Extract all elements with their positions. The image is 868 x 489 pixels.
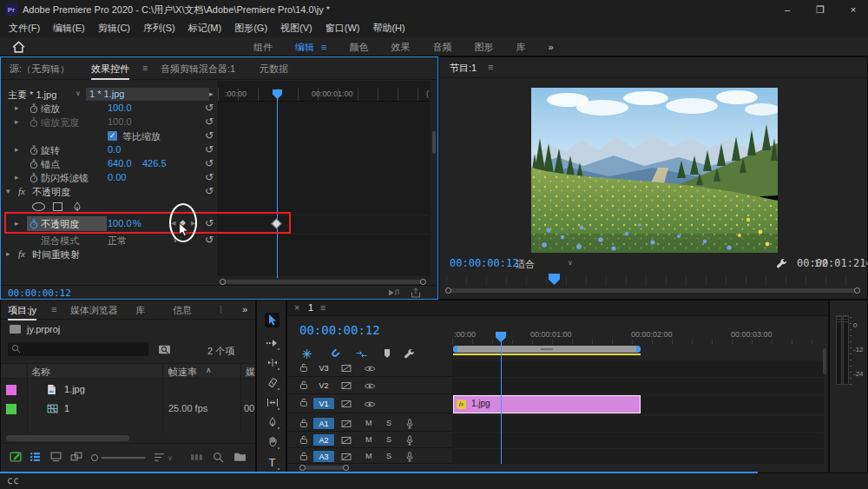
- workspace-tab-libraries[interactable]: 库: [516, 41, 525, 54]
- tab-program[interactable]: 节目:1: [450, 62, 477, 75]
- zoom-handle-left[interactable]: [453, 346, 457, 353]
- scrollbar-knob-left[interactable]: [220, 279, 226, 285]
- stopwatch-icon[interactable]: [29, 145, 39, 155]
- track-badge-v1[interactable]: V1: [313, 398, 334, 409]
- panel-menu-icon[interactable]: ≡: [51, 304, 56, 314]
- stopwatch-icon[interactable]: [29, 173, 39, 183]
- zoom-handle-right[interactable]: [636, 346, 641, 353]
- reset-icon[interactable]: ↺: [205, 102, 214, 114]
- minimize-button[interactable]: –: [771, 0, 804, 19]
- sync-lock-icon[interactable]: [341, 453, 352, 461]
- scrollbar-knob-right[interactable]: [854, 287, 860, 294]
- stopwatch-icon[interactable]: [29, 117, 39, 128]
- fit-dropdown[interactable]: 适合: [516, 258, 535, 271]
- twirl-icon[interactable]: ▸: [6, 249, 10, 258]
- eye-icon[interactable]: [364, 400, 376, 408]
- tab-project[interactable]: 项目:jy: [8, 304, 36, 320]
- workspace-tab-assembly[interactable]: 组件: [253, 41, 273, 54]
- mute-button[interactable]: M: [365, 452, 372, 460]
- scrollbar-knob-left[interactable]: [299, 465, 306, 471]
- pen-tool[interactable]: [265, 414, 279, 429]
- program-video-frame[interactable]: [531, 88, 778, 253]
- track-lane-a2[interactable]: [452, 433, 824, 448]
- reset-icon[interactable]: ↺: [205, 116, 214, 128]
- tab-info[interactable]: 信息: [173, 304, 192, 317]
- timeline-zoom-scrollbar[interactable]: [453, 346, 641, 353]
- menu-sequence[interactable]: 序列(S): [143, 22, 175, 35]
- panel-menu-icon[interactable]: ≡: [320, 302, 326, 313]
- settings-wrench-icon[interactable]: [776, 258, 787, 269]
- home-icon[interactable]: [12, 41, 25, 53]
- solo-button[interactable]: S: [386, 419, 391, 427]
- linked-selection-icon[interactable]: [355, 349, 368, 360]
- twirl-icon[interactable]: ▸: [15, 117, 19, 126]
- clip-1jpg[interactable]: fx 1.jpg: [453, 395, 641, 413]
- property-value[interactable]: 100.0: [108, 102, 132, 113]
- maximize-button[interactable]: ❐: [804, 0, 837, 19]
- property-value[interactable]: 0.00: [108, 172, 126, 182]
- lock-icon[interactable]: [299, 418, 308, 428]
- timeline-playhead-line[interactable]: [501, 335, 502, 464]
- project-writable-icon[interactable]: [10, 451, 22, 462]
- selection-tool[interactable]: [265, 313, 279, 327]
- column-framerate[interactable]: 帧速率: [168, 366, 197, 379]
- type-tool[interactable]: T: [265, 455, 279, 470]
- tab-media-browser[interactable]: 媒体浏览器: [70, 304, 118, 317]
- item-name[interactable]: 1.jpg: [64, 384, 85, 394]
- reset-icon[interactable]: ↺: [205, 185, 214, 197]
- mute-button[interactable]: M: [365, 419, 372, 427]
- rect-mask-icon[interactable]: [53, 202, 62, 211]
- column-media[interactable]: 媒: [246, 366, 255, 379]
- icon-view-icon[interactable]: [50, 452, 62, 462]
- label-color-swatch[interactable]: [6, 385, 16, 395]
- uniform-scale-checkbox[interactable]: ✓: [108, 131, 117, 141]
- mute-button[interactable]: M: [365, 435, 372, 444]
- menu-clip[interactable]: 剪辑(C): [98, 22, 130, 35]
- tab-libraries[interactable]: 库: [135, 304, 145, 317]
- close-tab-icon[interactable]: ×: [294, 302, 299, 313]
- column-name[interactable]: 名称: [31, 366, 50, 379]
- clip-name-label[interactable]: 1 * 1.jpg: [86, 88, 209, 101]
- program-timecode[interactable]: 00:00:00:12: [450, 257, 518, 269]
- tab-source-monitor[interactable]: 源:（无剪辑）: [10, 63, 69, 76]
- property-value[interactable]: 0.0: [108, 144, 121, 155]
- workspace-tab-color[interactable]: 颜色: [349, 41, 368, 54]
- reset-icon[interactable]: ↺: [205, 234, 214, 246]
- nest-toggle-icon[interactable]: [301, 348, 312, 360]
- workspace-tab-audio[interactable]: 音频: [432, 41, 451, 54]
- solo-button[interactable]: S: [386, 435, 391, 444]
- reset-icon[interactable]: ↺: [205, 157, 214, 169]
- project-item-sequence1[interactable]: 1 25.00 fps 00: [1, 400, 255, 419]
- stopwatch-icon[interactable]: [29, 159, 39, 169]
- pen-mask-icon[interactable]: [72, 202, 82, 212]
- menu-file[interactable]: 文件(F): [9, 22, 40, 35]
- stopwatch-icon[interactable]: [29, 103, 39, 114]
- track-badge-a3[interactable]: A3: [313, 451, 334, 462]
- chevron-down-icon[interactable]: ∨: [168, 454, 173, 462]
- mic-icon[interactable]: [405, 435, 414, 446]
- track-lane-v3[interactable]: [452, 360, 824, 377]
- panel-menu-icon[interactable]: ≡: [142, 63, 148, 73]
- blend-mode-value[interactable]: 正常: [108, 235, 127, 248]
- project-file-row[interactable]: jy.prproj: [10, 324, 60, 334]
- sync-lock-icon[interactable]: [341, 364, 352, 373]
- sync-lock-icon[interactable]: [341, 436, 352, 445]
- track-badge-a1[interactable]: A1: [313, 418, 334, 429]
- workspace-tab-editing[interactable]: 编辑: [295, 41, 314, 54]
- program-scrub-ruler[interactable]: [446, 276, 862, 285]
- track-badge-v2[interactable]: V2: [313, 380, 334, 391]
- lock-icon[interactable]: [299, 434, 308, 445]
- timeline-timecode[interactable]: 00:00:00:12: [299, 323, 380, 337]
- track-lane-a1[interactable]: [452, 416, 824, 432]
- track-select-tool[interactable]: [265, 335, 279, 350]
- twirl-icon[interactable]: ▸: [15, 145, 19, 154]
- playhead-timecode[interactable]: 00:00:00:12: [8, 287, 71, 299]
- play-audio-icon[interactable]: [388, 288, 400, 297]
- track-lane-v2[interactable]: [452, 378, 824, 394]
- add-marker-icon[interactable]: [383, 348, 391, 359]
- twirl-icon[interactable]: ▸: [15, 103, 19, 112]
- sort-icon[interactable]: [154, 453, 165, 462]
- find-icon[interactable]: [213, 452, 224, 463]
- solo-button[interactable]: S: [386, 452, 391, 460]
- chevron-down-icon[interactable]: ∨: [76, 89, 81, 97]
